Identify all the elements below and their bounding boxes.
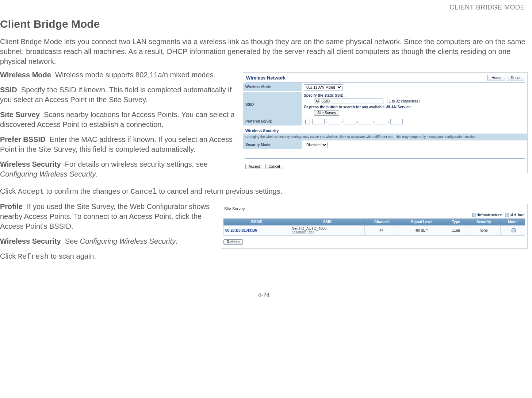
figure-site-survey: Site Survey :Infrastructure :Ad_hoc BSSI… <box>221 204 528 249</box>
col-signal: Signal Level <box>398 219 445 225</box>
col-bssid: BSSID <box>224 219 290 225</box>
bssid-oct6[interactable] <box>390 119 403 124</box>
ssid-or-text: Or press the button to search for any av… <box>304 105 525 109</box>
ssid-specify-text: Specify the static SSID : <box>304 93 525 97</box>
accept-cancel-instruction: Click Accept to confirm the changes or C… <box>0 186 528 197</box>
intro-paragraph: Client Bridge Mode lets you connect two … <box>0 37 528 66</box>
wireless-mode-select[interactable]: 802.11 A/N Mixed <box>304 84 342 90</box>
bssid-oct2[interactable] <box>328 119 340 124</box>
running-header: CLIENT BRIDGE MODE <box>0 4 525 11</box>
refresh-instruction: Click Refresh to scan again. <box>0 251 528 262</box>
label-ssid: SSID <box>243 92 302 117</box>
cancel-button-fig[interactable]: Cancel <box>265 164 283 169</box>
accept-button[interactable]: Accept <box>245 164 263 169</box>
adhoc-icon <box>505 213 509 217</box>
bssid-oct1[interactable] <box>312 119 325 124</box>
cell-channel: 44 <box>365 225 398 236</box>
col-type: Type <box>445 219 467 225</box>
table-row: 00:26:B8:81:43:B6 NETHD_AUTO_4000- 0026B… <box>224 225 525 236</box>
bssid-link[interactable]: 00:26:B8:81:43:B6 <box>225 228 257 232</box>
ssid-char-hint: ( 1 to 32 characters ) <box>387 99 420 103</box>
col-mode: Mode <box>501 219 525 225</box>
cell-ssid: NETHD_AUTO_4000- 0026B88143B6 <box>290 225 365 236</box>
label-wireless-mode: Wireless Mode <box>243 83 302 91</box>
survey-legend: :Infrastructure :Ad_hoc <box>221 212 527 219</box>
page-number: 4-24 <box>0 292 528 299</box>
survey-table: BSSID SSID Channel Signal Level Type Sec… <box>223 219 525 236</box>
cell-signal: -89 dBm <box>398 225 445 236</box>
figure-wireless-network: Wireless Network Home Reset Wireless Mod… <box>243 72 528 173</box>
reset-button[interactable]: Reset <box>507 75 524 81</box>
security-warning-text: Changing the wireless security settings … <box>243 134 527 140</box>
bssid-oct4[interactable] <box>359 119 371 124</box>
col-channel: Channel <box>365 219 398 225</box>
site-survey-button[interactable]: Site Survey <box>314 110 339 116</box>
fig2-title: Site Survey <box>224 206 245 211</box>
label-prefered-bssid: Prefered BSSID <box>243 117 302 125</box>
fig1-title: Wireless Network <box>246 75 286 81</box>
refresh-button[interactable]: Refresh <box>223 239 243 245</box>
infrastructure-icon <box>472 213 476 217</box>
bssid-oct3[interactable] <box>344 119 356 124</box>
bssid-enable-checkbox[interactable] <box>305 120 310 124</box>
col-security: Security <box>467 219 501 225</box>
fig1-subhead-wireless-security: Wireless Security <box>243 127 527 134</box>
col-ssid: SSID <box>290 219 365 225</box>
cell-mode <box>501 225 525 236</box>
label-security-mode: Security Mode <box>243 140 302 149</box>
bssid-oct5[interactable] <box>375 119 387 124</box>
cell-security: none <box>467 225 501 236</box>
home-button[interactable]: Home <box>487 75 505 81</box>
infrastructure-icon <box>512 228 516 232</box>
ssid-input[interactable] <box>314 98 383 104</box>
cell-type: 11an <box>445 225 467 236</box>
page-title: Client Bridge Mode <box>0 18 528 30</box>
security-mode-select[interactable]: Disabled <box>304 142 328 148</box>
